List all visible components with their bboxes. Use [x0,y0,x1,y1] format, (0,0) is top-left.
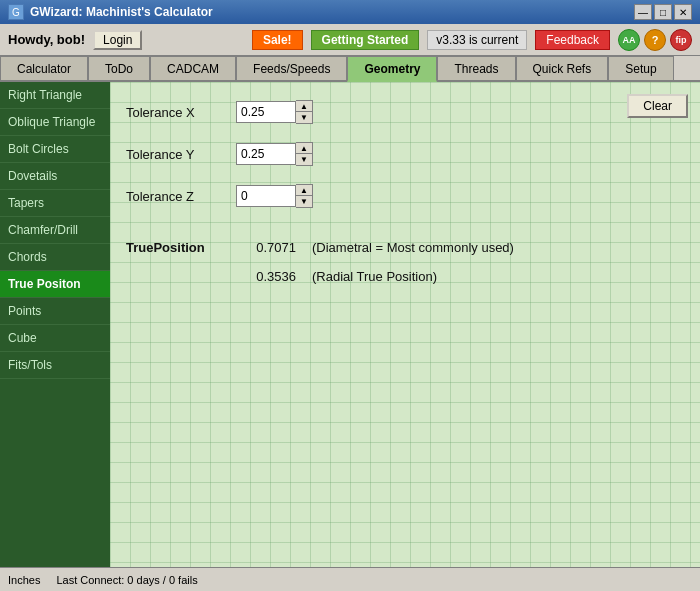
main-content: Right Triangle Oblique Triangle Bolt Cir… [0,82,700,567]
tolerance-x-label: Tolerance X [126,105,236,120]
close-button[interactable]: ✕ [674,4,692,20]
sidebar-item-points[interactable]: Points [0,298,110,325]
status-bar: Inches Last Connect: 0 days / 0 fails [0,567,700,591]
tolerance-x-spinner: ▲ ▼ [236,100,313,124]
tolerance-z-spinner-buttons: ▲ ▼ [296,184,313,208]
aa-icon[interactable]: AA [618,29,640,51]
sidebar: Right Triangle Oblique Triangle Bolt Cir… [0,82,110,567]
tab-calculator[interactable]: Calculator [0,56,88,80]
tab-quick-refs[interactable]: Quick Refs [516,56,609,80]
minimize-button[interactable]: — [634,4,652,20]
tab-threads[interactable]: Threads [437,56,515,80]
units-label: Inches [8,574,40,586]
sidebar-item-right-triangle[interactable]: Right Triangle [0,82,110,109]
result-section: TruePosition 0.7071 (Diametral = Most co… [126,232,684,306]
tab-cadcam[interactable]: CADCAM [150,56,236,80]
tolerance-y-down[interactable]: ▼ [296,154,312,165]
tab-feeds-speeds[interactable]: Feeds/Speeds [236,56,347,80]
clear-button[interactable]: Clear [627,94,688,118]
tolerance-y-up[interactable]: ▲ [296,143,312,154]
header-icons: AA ? fip [618,29,692,51]
last-connect-label: Last Connect: 0 days / 0 fails [56,574,197,586]
sidebar-item-chords[interactable]: Chords [0,244,110,271]
tolerance-x-spinner-buttons: ▲ ▼ [296,100,313,124]
tolerance-x-up[interactable]: ▲ [296,101,312,112]
sale-button[interactable]: Sale! [252,30,303,50]
title-bar-left: G GWizard: Machinist's Calculator [8,4,213,20]
tolerance-y-input[interactable] [236,143,296,165]
tolerance-z-group: Tolerance Z ▲ ▼ [126,184,684,208]
radial-row: 0.3536 (Radial True Position) [236,269,684,284]
sidebar-item-cube[interactable]: Cube [0,325,110,352]
tab-bar: Calculator ToDo CADCAM Feeds/Speeds Geom… [0,56,700,82]
tab-geometry[interactable]: Geometry [347,56,437,82]
true-position-desc: (Diametral = Most commonly used) [312,240,514,255]
title-bar: G GWizard: Machinist's Calculator — □ ✕ [0,0,700,24]
radial-value: 0.3536 [236,269,296,284]
getting-started-button[interactable]: Getting Started [311,30,420,50]
tab-setup[interactable]: Setup [608,56,673,80]
tolerance-y-spinner-buttons: ▲ ▼ [296,142,313,166]
version-label: v3.33 is current [427,30,527,50]
tolerance-z-up[interactable]: ▲ [296,185,312,196]
sidebar-item-tapers[interactable]: Tapers [0,190,110,217]
help-icon[interactable]: ? [644,29,666,51]
sidebar-item-fits-tols[interactable]: Fits/Tols [0,352,110,379]
sidebar-item-dovetails[interactable]: Dovetails [0,163,110,190]
maximize-button[interactable]: □ [654,4,672,20]
tolerance-z-label: Tolerance Z [126,189,236,204]
tolerance-y-group: Tolerance Y ▲ ▼ [126,142,684,166]
tolerance-z-spinner: ▲ ▼ [236,184,313,208]
tolerance-x-down[interactable]: ▼ [296,112,312,123]
sidebar-item-bolt-circles[interactable]: Bolt Circles [0,136,110,163]
tab-todo[interactable]: ToDo [88,56,150,80]
true-position-row: TruePosition 0.7071 (Diametral = Most co… [126,240,684,255]
howdy-label: Howdy, bob! [8,32,85,47]
sidebar-item-oblique-triangle[interactable]: Oblique Triangle [0,109,110,136]
radial-desc: (Radial True Position) [312,269,437,284]
login-button[interactable]: Login [93,30,142,50]
tolerance-z-input[interactable] [236,185,296,207]
title-buttons: — □ ✕ [634,4,692,20]
tolerance-y-spinner: ▲ ▼ [236,142,313,166]
app-icon: G [8,4,24,20]
tolerance-y-label: Tolerance Y [126,147,236,162]
true-position-label: TruePosition [126,240,236,255]
tolerance-x-group: Tolerance X ▲ ▼ [126,100,684,124]
window-title: GWizard: Machinist's Calculator [30,5,213,19]
tolerance-z-down[interactable]: ▼ [296,196,312,207]
true-position-value: 0.7071 [236,240,296,255]
feedback-button[interactable]: Feedback [535,30,610,50]
fip-icon[interactable]: fip [670,29,692,51]
sidebar-item-chamfer-drill[interactable]: Chamfer/Drill [0,217,110,244]
sidebar-item-true-position[interactable]: True Positon [0,271,110,298]
content-area: Clear Tolerance X ▲ ▼ Tolerance Y ▲ ▼ [110,82,700,567]
tolerance-x-input[interactable] [236,101,296,123]
header-bar: Howdy, bob! Login Sale! Getting Started … [0,24,700,56]
